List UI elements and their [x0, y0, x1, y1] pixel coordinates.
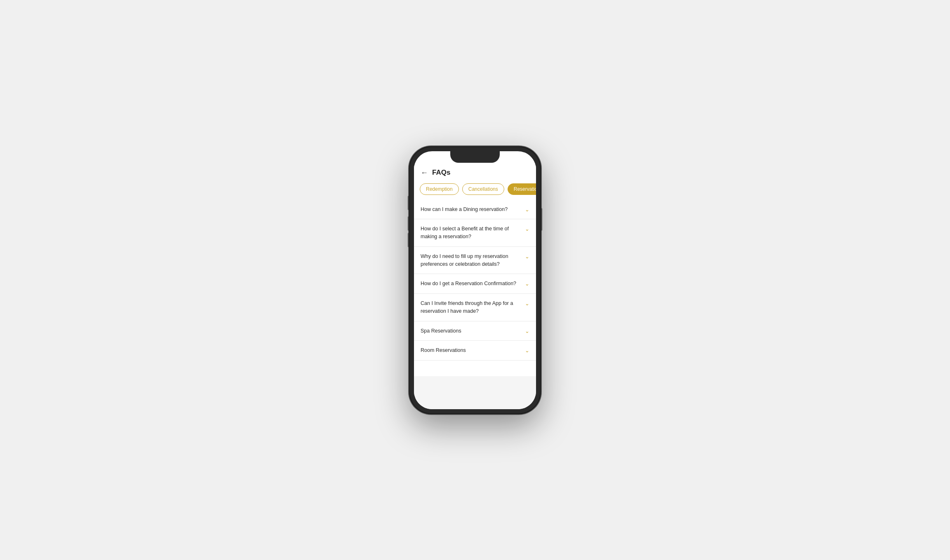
faq-item[interactable]: How can I make a Dining reservation? ⌄ — [414, 200, 536, 220]
chevron-down-icon: ⌄ — [525, 328, 529, 334]
chevron-down-icon: ⌄ — [525, 281, 529, 287]
faq-list: How can I make a Dining reservation? ⌄ H… — [414, 200, 536, 376]
page-title: FAQs — [432, 169, 450, 177]
faq-question: Why do I need to fill up my reservation … — [421, 253, 525, 268]
header: ← FAQs — [414, 163, 536, 181]
chevron-down-icon: ⌄ — [525, 347, 529, 354]
faq-question: Spa Reservations — [421, 327, 525, 335]
faq-question: How do I select a Benefit at the time of… — [421, 225, 525, 241]
chevron-down-icon: ⌄ — [525, 206, 529, 213]
faq-question: How do I get a Reservation Confirmation? — [421, 280, 525, 288]
faq-item-spa[interactable]: Spa Reservations ⌄ — [414, 321, 536, 341]
tab-redemption[interactable]: Redemption — [420, 183, 459, 195]
tabs-row: Redemption Cancellations Reservations — [414, 181, 536, 200]
faq-item[interactable]: How do I get a Reservation Confirmation?… — [414, 274, 536, 294]
faq-item[interactable]: Why do I need to fill up my reservation … — [414, 247, 536, 274]
chevron-down-icon: ⌄ — [525, 253, 529, 260]
screen-content: ← FAQs Redemption Cancellations Reservat… — [414, 163, 536, 409]
bottom-area — [414, 376, 536, 409]
chevron-down-icon: ⌄ — [525, 226, 529, 232]
back-button[interactable]: ← — [421, 169, 428, 176]
faq-item[interactable]: How do I select a Benefit at the time of… — [414, 219, 536, 247]
phone-mockup: ← FAQs Redemption Cancellations Reservat… — [409, 146, 541, 414]
faq-question: Room Reservations — [421, 347, 525, 354]
phone-screen: ← FAQs Redemption Cancellations Reservat… — [414, 151, 536, 409]
faq-question: How can I make a Dining reservation? — [421, 206, 525, 213]
faq-question: Can I Invite friends through the App for… — [421, 300, 525, 315]
tab-reservations[interactable]: Reservations — [508, 183, 536, 195]
tab-cancellations[interactable]: Cancellations — [462, 183, 504, 195]
faq-item-room[interactable]: Room Reservations ⌄ — [414, 341, 536, 361]
phone-frame: ← FAQs Redemption Cancellations Reservat… — [409, 146, 541, 414]
chevron-down-icon: ⌄ — [525, 300, 529, 307]
faq-item[interactable]: Can I Invite friends through the App for… — [414, 294, 536, 321]
phone-notch — [450, 151, 500, 163]
